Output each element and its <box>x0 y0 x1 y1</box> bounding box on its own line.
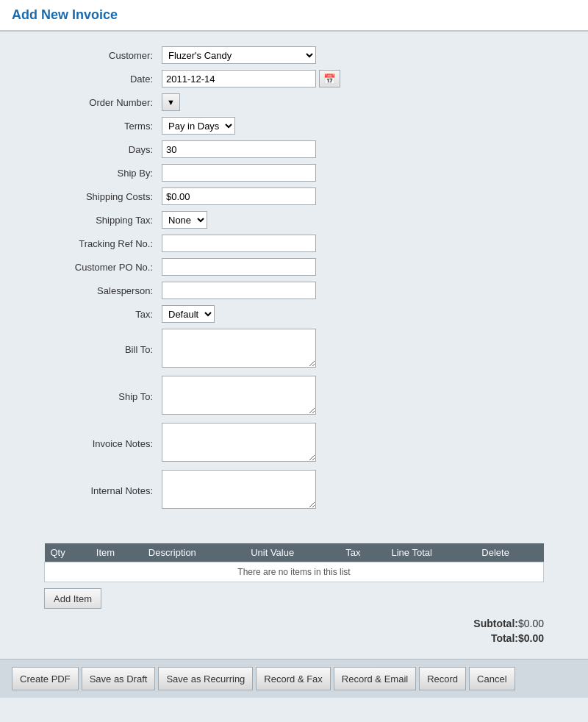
internal-notes-field <box>162 470 544 511</box>
days-row: Days: <box>44 140 544 158</box>
days-label: Days: <box>44 144 162 155</box>
record-fax-button[interactable]: Record & Fax <box>256 667 330 690</box>
customer-po-label: Customer PO No.: <box>44 262 162 273</box>
save-as-draft-button[interactable]: Save as Draft <box>82 667 156 690</box>
customer-po-row: Customer PO No.: <box>44 258 544 276</box>
ship-by-label: Ship By: <box>44 168 162 179</box>
tax-select[interactable]: Default <box>162 305 215 323</box>
items-table-area: Qty Item Description Unit Value Tax Line… <box>44 543 544 609</box>
bill-to-textarea[interactable] <box>162 329 316 368</box>
ship-to-label: Ship To: <box>44 391 162 402</box>
shipping-costs-label: Shipping Costs: <box>44 191 162 202</box>
customer-po-input[interactable] <box>162 258 316 276</box>
ship-to-textarea[interactable] <box>162 376 316 415</box>
subtotal-value: $0.00 <box>518 618 544 629</box>
customer-field: Fluzer's Candy <box>162 46 544 64</box>
shipping-costs-row: Shipping Costs: <box>44 187 544 205</box>
total-row: Total:$0.00 <box>44 632 544 644</box>
order-number-field: ▼ <box>162 93 544 111</box>
tax-row: Tax: Default <box>44 305 544 323</box>
invoice-notes-row: Invoice Notes: <box>44 423 544 464</box>
form-area: Customer: Fluzer's Candy Date: 📅 Order N… <box>0 32 588 532</box>
date-field: 📅 <box>162 70 544 87</box>
shipping-tax-select[interactable]: None <box>162 211 207 229</box>
table-empty-row: There are no items in this list <box>45 562 544 582</box>
bill-to-row: Bill To: <box>44 329 544 370</box>
tracking-ref-input[interactable] <box>162 235 316 252</box>
order-number-label: Order Number: <box>44 97 162 108</box>
terms-label: Terms: <box>44 121 162 132</box>
subtotal-label: Subtotal: <box>473 618 518 629</box>
page-header: Add New Invoice <box>0 0 588 32</box>
subtotal-row: Subtotal:$0.00 <box>44 618 544 629</box>
shipping-tax-label: Shipping Tax: <box>44 215 162 226</box>
create-pdf-button[interactable]: Create PDF <box>12 667 79 690</box>
days-field <box>162 140 544 158</box>
shipping-costs-field <box>162 187 544 205</box>
days-input[interactable] <box>162 140 316 158</box>
empty-message: There are no items in this list <box>45 562 544 582</box>
calendar-icon: 📅 <box>323 74 336 85</box>
ship-by-row: Ship By: <box>44 164 544 182</box>
customer-row: Customer: Fluzer's Candy <box>44 46 544 64</box>
ship-by-input[interactable] <box>162 164 316 182</box>
date-row: Date: 📅 <box>44 70 544 87</box>
shipping-costs-input[interactable] <box>162 187 316 205</box>
internal-notes-row: Internal Notes: <box>44 470 544 511</box>
items-table: Qty Item Description Unit Value Tax Line… <box>44 543 544 582</box>
col-qty: Qty <box>45 543 90 562</box>
shipping-tax-row: Shipping Tax: None <box>44 211 544 229</box>
salesperson-input[interactable] <box>162 282 316 299</box>
invoice-notes-label: Invoice Notes: <box>44 438 162 449</box>
footer-buttons: Create PDF Save as Draft Save as Recurri… <box>0 659 588 698</box>
invoice-notes-textarea[interactable] <box>162 423 316 462</box>
internal-notes-label: Internal Notes: <box>44 485 162 496</box>
col-delete: Delete <box>476 543 543 562</box>
terms-select[interactable]: Pay in Days <box>162 117 235 135</box>
total-value: $0.00 <box>518 632 544 644</box>
salesperson-row: Salesperson: <box>44 282 544 299</box>
total-label: Total: <box>491 632 518 644</box>
terms-field: Pay in Days <box>162 117 544 135</box>
invoice-notes-field <box>162 423 544 464</box>
calendar-button[interactable]: 📅 <box>319 70 340 87</box>
table-header-row: Qty Item Description Unit Value Tax Line… <box>45 543 544 562</box>
customer-select[interactable]: Fluzer's Candy <box>162 46 316 64</box>
tax-label: Tax: <box>44 309 162 320</box>
col-item: Item <box>90 543 143 562</box>
date-label: Date: <box>44 74 162 85</box>
tracking-ref-field <box>162 235 544 252</box>
ship-to-row: Ship To: <box>44 376 544 417</box>
bill-to-label: Bill To: <box>44 344 162 355</box>
customer-po-field <box>162 258 544 276</box>
totals-area: Subtotal:$0.00 Total:$0.00 <box>44 618 544 644</box>
ship-to-field <box>162 376 544 417</box>
col-tax: Tax <box>340 543 385 562</box>
page-container: Add New Invoice Customer: Fluzer's Candy… <box>0 0 588 722</box>
tracking-ref-label: Tracking Ref No.: <box>44 238 162 249</box>
record-email-button[interactable]: Record & Email <box>334 667 416 690</box>
col-unit-value: Unit Value <box>245 543 340 562</box>
col-line-total: Line Total <box>385 543 476 562</box>
add-item-button[interactable]: Add Item <box>44 588 101 609</box>
terms-row: Terms: Pay in Days <box>44 117 544 135</box>
order-number-row: Order Number: ▼ <box>44 93 544 111</box>
page-title: Add New Invoice <box>12 7 576 23</box>
ship-by-field <box>162 164 544 182</box>
customer-label: Customer: <box>44 50 162 61</box>
date-input[interactable] <box>162 70 316 87</box>
bill-to-field <box>162 329 544 370</box>
record-button[interactable]: Record <box>419 667 466 690</box>
salesperson-field <box>162 282 544 299</box>
save-as-recurring-button[interactable]: Save as Recurring <box>158 667 253 690</box>
tax-field: Default <box>162 305 544 323</box>
tracking-ref-row: Tracking Ref No.: <box>44 235 544 252</box>
cancel-button[interactable]: Cancel <box>469 667 514 690</box>
internal-notes-textarea[interactable] <box>162 470 316 509</box>
shipping-tax-field: None <box>162 211 544 229</box>
order-number-dropdown-button[interactable]: ▼ <box>162 93 180 111</box>
salesperson-label: Salesperson: <box>44 285 162 296</box>
col-description: Description <box>143 543 245 562</box>
